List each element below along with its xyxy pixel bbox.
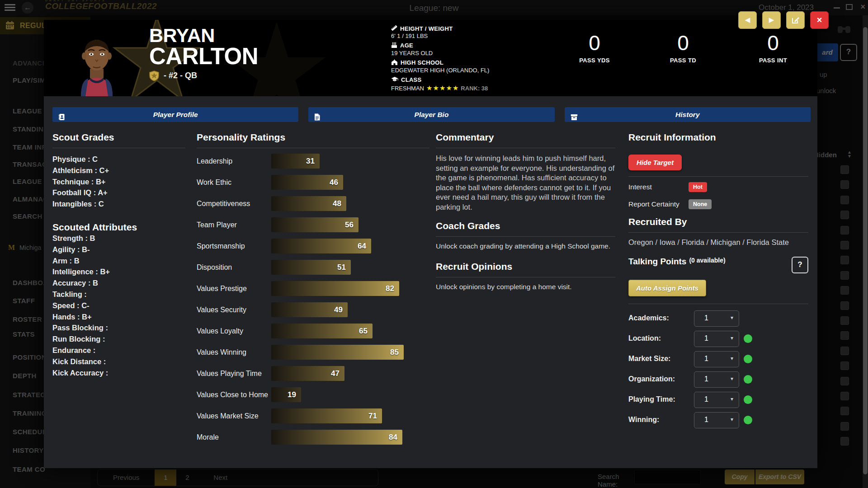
player-info-row: HIGH SCHOOLEDGEWATER HIGH (ORLANDO, FL): [391, 59, 545, 74]
scouted-attribute-row: Intelligence : B+: [52, 266, 185, 277]
stat-value: 0: [642, 33, 724, 53]
tab-label: Player Bio: [415, 111, 449, 118]
personality-rating-value: 85: [390, 348, 399, 357]
personality-rating-bar: 71: [271, 408, 382, 423]
gradcap-icon: [391, 76, 398, 84]
personality-rating-bar: 19: [271, 387, 301, 402]
report-certainty-label: Report Certainty: [628, 200, 689, 208]
personality-rating-row: Disposition51: [197, 260, 429, 275]
recruited-by-title: Recruited By: [628, 216, 808, 227]
personality-rating-value: 65: [359, 327, 368, 336]
coach-grades-title: Coach Grades: [436, 221, 615, 231]
chevron-down-icon: ▾: [731, 375, 733, 382]
interest-label: Interest: [628, 183, 689, 191]
personality-rating-bar: 47: [271, 366, 344, 381]
previous-player-button[interactable]: ◀: [738, 11, 757, 29]
talking-point-label: Playing Time:: [628, 395, 675, 404]
info-value-text: 6' 1 / 191 LBS: [391, 33, 428, 39]
chevron-down-icon: ▾: [731, 416, 733, 422]
personality-rating-value: 46: [330, 178, 338, 187]
personality-rating-row: Sportsmanship64: [197, 239, 429, 253]
personality-rating-row: Leadership31: [197, 154, 429, 169]
talking-point-label: Market Size:: [628, 355, 670, 363]
tab-player-profile[interactable]: Player Profile: [52, 107, 298, 122]
edit-player-button[interactable]: [786, 11, 805, 29]
personality-rating-value: 82: [386, 284, 394, 293]
info-value-text: EDGEWATER HIGH (ORLANDO, FL): [391, 67, 489, 74]
personality-rating-value: 47: [331, 369, 340, 378]
scouted-attribute-row: Speed : C-: [52, 300, 185, 311]
personality-rating-bar: 56: [271, 217, 359, 232]
personality-rating-bar: 85: [271, 345, 404, 360]
stat-value: 0: [732, 33, 814, 53]
auto-assign-points-button[interactable]: Auto Assign Points: [628, 280, 706, 296]
personality-rating-row: Values Security49: [197, 302, 429, 317]
next-player-button[interactable]: ▶: [762, 11, 781, 29]
app-window: ← DRAFT DAY SPORTS COLLEGEFOOTBALL2022 L…: [0, 0, 868, 488]
talking-point-dropdown[interactable]: 1▾: [694, 412, 739, 428]
talking-point-label: Academics:: [628, 314, 669, 322]
player-name-block: BRYAN CARLTON - #2 - QB: [149, 26, 258, 81]
talking-points-title: Talking Points: [628, 257, 686, 267]
chevron-down-icon: ▾: [731, 335, 733, 341]
personality-rating-value: 56: [345, 221, 354, 230]
assigned-indicator-dot: [744, 375, 752, 384]
talking-point-label: Organization:: [628, 375, 675, 383]
player-info-label: AGE: [391, 42, 545, 50]
scouted-attribute-row: Kick Distance :: [52, 356, 185, 367]
stat-column: 0PASS TD: [642, 33, 724, 64]
player-info-row: CLASSFRESHMAN ★★★★★RANK: 38: [391, 76, 545, 92]
dropdown-selected-value: 1: [704, 334, 708, 343]
stat-label: PASS INT: [732, 57, 814, 64]
hide-target-button[interactable]: Hide Target: [628, 155, 682, 170]
close-modal-button[interactable]: ×: [810, 11, 829, 29]
talking-point-dropdown[interactable]: 1▾: [694, 392, 739, 408]
player-last-name: CARLTON: [149, 45, 258, 68]
assigned-indicator-dot: [744, 334, 752, 343]
talking-point-label: Winning:: [628, 416, 659, 424]
coach-grades-unlock-text: Unlock coach grading by attending a High…: [436, 242, 615, 250]
scouted-attribute-row: Agility : B-: [52, 244, 185, 255]
divider: [628, 232, 808, 233]
recruit-opinions-unlock-text: Unlock opinions by completing a home vis…: [436, 283, 615, 291]
scouted-attribute-row: Strength : B: [52, 233, 185, 244]
personality-rating-bar: 82: [271, 281, 399, 296]
personality-rating-bar: 51: [271, 260, 351, 275]
player-info-value: 6' 1 / 191 LBS: [391, 33, 545, 40]
scouted-attribute-row: Endurance :: [52, 345, 185, 356]
divider: [52, 148, 185, 148]
scouted-attribute-row: Arm : B: [52, 255, 185, 267]
talking-points-help-button[interactable]: ?: [792, 257, 808, 273]
recruit-info-column: Recruit Information Hide Target Interest…: [628, 132, 808, 432]
personality-rating-bar: 84: [271, 430, 402, 445]
scout-grade-row: Football IQ : A+: [52, 187, 185, 198]
dropdown-selected-value: 1: [704, 395, 708, 404]
dropdown-selected-value: 1: [704, 314, 708, 322]
dropdown-selected-value: 1: [704, 355, 708, 363]
dropdown-selected-value: 1: [704, 416, 708, 424]
talking-point-dropdown[interactable]: 1▾: [694, 351, 739, 367]
commentary-title: Commentary: [436, 132, 615, 143]
talking-point-row: Academics:1▾: [628, 310, 808, 327]
personality-rating-value: 49: [334, 305, 343, 314]
tab-history[interactable]: History: [565, 107, 811, 122]
personality-rating-row: Values Market Size71: [197, 408, 429, 423]
personality-rating-row: Values Close to Home19: [197, 387, 429, 402]
personality-rating-bar: 48: [271, 196, 346, 211]
divider: [436, 236, 615, 237]
assigned-indicator-dot: [744, 395, 752, 404]
talking-point-dropdown[interactable]: 1▾: [694, 371, 739, 388]
player-jersey-position: - #2 - QB: [164, 71, 197, 80]
talking-point-dropdown[interactable]: 1▾: [694, 310, 739, 327]
ruler-icon: [391, 25, 397, 33]
talking-point-dropdown[interactable]: 1▾: [694, 331, 739, 347]
personality-rating-label: Competitiveness: [197, 200, 271, 208]
commentary-column: Commentary His love for winning leads hi…: [436, 132, 615, 302]
scouted-attribute-row: Hands : B+: [52, 311, 185, 323]
personality-rating-value: 19: [288, 390, 296, 399]
tab-player-bio[interactable]: Player Bio: [308, 107, 554, 122]
personality-rating-label: Values Security: [197, 306, 271, 314]
personality-column: Personality Ratings Leadership31Work Eth…: [197, 132, 429, 451]
divider: [628, 304, 808, 304]
talking-point-row: Playing Time:1▾: [628, 392, 808, 408]
